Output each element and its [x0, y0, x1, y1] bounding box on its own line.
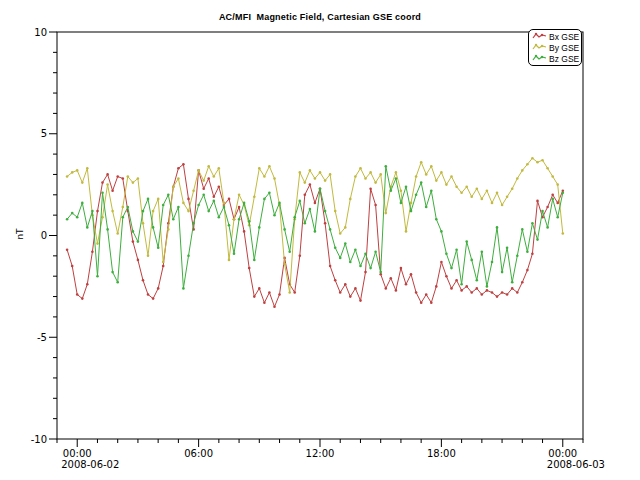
data-point — [465, 185, 468, 188]
data-point — [521, 281, 524, 284]
legend-sample-marker — [541, 45, 543, 47]
data-point — [304, 222, 307, 225]
data-point — [147, 293, 150, 296]
data-point — [238, 218, 241, 221]
data-point — [273, 214, 276, 217]
data-point — [476, 287, 479, 290]
data-point — [546, 226, 549, 229]
data-point — [187, 210, 190, 213]
legend-label: By GSE — [549, 43, 579, 53]
data-point — [86, 283, 89, 286]
data-point — [450, 287, 453, 290]
data-point — [116, 175, 119, 178]
data-point — [132, 240, 135, 243]
legend: Bx GSEBy GSEBz GSE — [528, 29, 582, 66]
data-point — [354, 248, 357, 251]
data-point — [339, 257, 342, 260]
series-line-bx-gse — [67, 164, 563, 306]
data-point — [137, 177, 140, 180]
data-point — [430, 301, 433, 304]
data-point — [359, 265, 362, 268]
data-point — [450, 267, 453, 270]
y-axis-tick-label: 0 — [41, 230, 47, 241]
legend-entry-by-gse: By GSE — [529, 42, 581, 53]
data-point — [71, 265, 74, 268]
legend-line-sample — [532, 43, 547, 52]
data-point — [511, 187, 514, 190]
data-point — [501, 271, 504, 274]
data-point — [111, 189, 114, 192]
data-point — [526, 251, 529, 254]
data-point — [390, 277, 393, 280]
data-point — [491, 261, 494, 264]
data-point — [106, 183, 109, 186]
data-point — [207, 165, 210, 168]
data-point — [430, 165, 433, 168]
data-point — [273, 305, 276, 308]
data-point — [359, 167, 362, 170]
data-point — [486, 285, 489, 288]
data-point — [536, 200, 539, 203]
data-point — [233, 253, 236, 256]
data-point — [531, 253, 534, 256]
data-point — [314, 202, 317, 205]
y-axis-tick-label: 10 — [34, 27, 47, 38]
data-point — [329, 228, 332, 231]
data-point — [66, 248, 69, 251]
data-point — [506, 246, 509, 249]
data-point — [329, 265, 332, 268]
data-point — [167, 194, 170, 197]
data-point — [339, 291, 342, 294]
legend-entry-bz-gse: Bz GSE — [529, 53, 581, 64]
data-point — [304, 194, 307, 197]
data-point — [374, 251, 377, 254]
data-point — [486, 289, 489, 292]
data-point — [425, 206, 428, 209]
data-point — [405, 185, 408, 188]
data-point — [207, 210, 210, 213]
data-point — [283, 228, 286, 231]
data-point — [147, 198, 150, 201]
data-point — [395, 171, 398, 174]
legend-label: Bz GSE — [549, 54, 579, 64]
data-point — [187, 198, 190, 201]
data-point — [334, 279, 337, 282]
data-point — [258, 167, 261, 170]
data-point — [258, 226, 261, 229]
data-point — [152, 226, 155, 229]
data-point — [167, 228, 170, 231]
data-point — [526, 269, 529, 272]
data-point — [410, 273, 413, 276]
data-point — [142, 222, 145, 225]
data-point — [228, 198, 231, 201]
data-point — [329, 173, 332, 176]
data-point — [476, 187, 479, 190]
data-point — [157, 287, 160, 290]
data-point — [501, 291, 504, 294]
data-point — [142, 210, 145, 213]
data-point — [324, 210, 327, 213]
data-point — [435, 285, 438, 288]
data-point — [481, 198, 484, 201]
data-point — [385, 212, 388, 215]
data-point — [132, 181, 135, 184]
data-point — [238, 194, 241, 197]
data-point — [460, 283, 463, 286]
data-point — [465, 285, 468, 288]
data-point — [496, 192, 499, 195]
data-point — [349, 261, 352, 264]
data-point — [238, 206, 241, 209]
data-point — [496, 295, 499, 298]
data-point — [364, 177, 367, 180]
data-point — [364, 271, 367, 274]
data-point — [111, 210, 114, 213]
data-point — [81, 202, 84, 205]
data-point — [390, 189, 393, 192]
data-point — [445, 183, 448, 186]
plot-border — [57, 32, 583, 439]
data-point — [400, 267, 403, 270]
data-point — [400, 202, 403, 205]
data-point — [501, 204, 504, 207]
data-point — [556, 216, 559, 219]
data-point — [440, 230, 443, 233]
